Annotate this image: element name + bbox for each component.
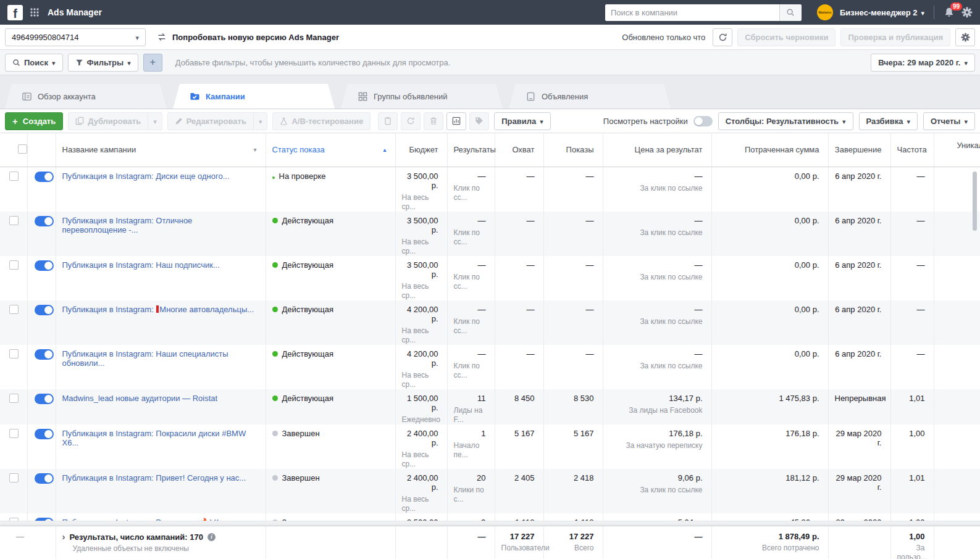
campaign-toggle[interactable] [35, 394, 54, 404]
reach-cell: — [495, 212, 543, 256]
campaign-name-link[interactable]: Публикация в Instagram: Наш подписчик... [62, 260, 220, 270]
campaign-toggle[interactable] [35, 473, 54, 484]
campaign-name-link[interactable]: Публикация в Instagram: Отличное перевоп… [62, 216, 193, 234]
page-settings-button[interactable] [955, 28, 975, 46]
view-settings-toggle[interactable] [693, 116, 713, 126]
column-header-name[interactable]: Название кампании [56, 133, 266, 167]
campaigns-toolbar: Создать Дублировать Редактировать А/В-те… [0, 109, 980, 133]
column-header-reach[interactable]: Охват [495, 133, 543, 167]
column-header-results[interactable]: Результаты [447, 133, 495, 167]
column-header-spent[interactable]: Потраченная сумма [711, 133, 828, 167]
gear-icon [961, 33, 970, 42]
campaign-toggle[interactable] [35, 349, 54, 360]
campaign-row: Публикация в Instagram: Наши специалисты… [0, 345, 980, 389]
search-dropdown-button[interactable]: Поиск [5, 54, 63, 72]
row-checkbox[interactable] [9, 216, 19, 225]
chevron-down-icon [964, 117, 968, 126]
unique-clicks-cell [934, 256, 980, 300]
impressions-cell: — [543, 300, 603, 345]
campaign-toggle[interactable] [35, 429, 54, 439]
facebook-logo-icon[interactable]: f [7, 5, 23, 20]
campaign-toggle[interactable] [35, 172, 54, 182]
campaign-toggle[interactable] [35, 260, 54, 271]
info-icon[interactable] [207, 533, 216, 541]
summary-expander[interactable]: Результаты, число кампаний: 170 [62, 532, 257, 542]
column-header-impressions[interactable]: Показы [543, 133, 603, 167]
unique-clicks-cell [934, 469, 980, 513]
campaign-name-link[interactable]: Публикация в Instagram: Многие автовладе… [62, 305, 254, 314]
column-header-frequency[interactable]: Частота [890, 133, 934, 167]
tab-account-overview[interactable]: Обзор аккаунта [5, 84, 167, 109]
reach-cell: 5 167 [495, 424, 543, 469]
draft-button [378, 112, 398, 130]
refresh-button[interactable] [713, 28, 732, 46]
delivery-status-cell: Действующая [266, 212, 395, 256]
ad-account-selector[interactable]: 496499950804714 [5, 28, 146, 46]
breakdown-button[interactable]: Разбивка [859, 112, 918, 130]
add-filter-button[interactable] [143, 54, 162, 72]
create-button[interactable]: Создать [5, 112, 63, 130]
row-checkbox[interactable] [9, 473, 19, 482]
try-new-version-link[interactable]: Попробовать новую версию Ads Manager [157, 32, 339, 42]
results-cell: —Клик по сс... [447, 167, 495, 212]
reports-button[interactable]: Отчеты [923, 112, 975, 130]
trash-icon [429, 117, 438, 125]
summary-label: Результаты, число кампаний: 170 [70, 532, 203, 542]
campaign-name-link[interactable]: Публикация в Instagram: Наши специалисты… [62, 349, 228, 368]
vertical-scrollbar[interactable] [973, 172, 977, 231]
refresh-icon [718, 33, 727, 42]
campaign-row: Публикация в Instagram: Привет! Сегодня … [0, 469, 980, 513]
cost-per-result-cell: —За клик по ссылке [603, 345, 711, 389]
select-all-checkbox[interactable] [18, 144, 27, 154]
filters-dropdown-button[interactable]: Фильтры [68, 54, 138, 72]
row-checkbox[interactable] [9, 172, 19, 181]
frequency-cell: 1,01 [890, 389, 934, 424]
row-checkbox[interactable] [9, 349, 19, 358]
column-header-cost[interactable]: Цена за результат [603, 133, 711, 167]
company-search-input[interactable] [605, 4, 779, 21]
sort-up-icon [383, 146, 386, 153]
frequency-cell: 1,01 [890, 469, 934, 513]
search-icon[interactable] [779, 4, 802, 21]
business-avatar[interactable]: Madwins [817, 4, 833, 20]
unique-clicks-cell [934, 424, 980, 469]
column-header-ends[interactable]: Завершение [828, 133, 890, 167]
tab-ads[interactable]: Объявления [509, 84, 671, 109]
cost-per-result-cell: 176,18 р.За начатую переписку [603, 424, 711, 469]
tags-button [469, 112, 489, 130]
partial-row-strip [0, 521, 980, 526]
campaign-name-link[interactable]: Madwins_lead новые аудитории — Roistat [62, 394, 218, 403]
results-cell: 1Начало пе... [447, 424, 495, 469]
date-range-selector[interactable]: Вчера: 29 мар 2020 г. [871, 54, 975, 72]
column-header-unique-clicks[interactable]: Уникальные клики по ссылке [934, 133, 980, 167]
apps-grid-icon[interactable] [30, 7, 40, 17]
row-checkbox[interactable] [9, 260, 19, 270]
column-header-budget[interactable]: Бюджет [395, 133, 447, 167]
impressions-cell: — [543, 345, 603, 389]
business-manager-menu[interactable]: Бизнес-менеджер 2 [840, 8, 924, 17]
frequency-cell: — [890, 345, 934, 389]
row-checkbox[interactable] [9, 394, 19, 403]
ends-cell: 6 апр 2020 г. [828, 300, 890, 345]
charts-button[interactable] [446, 112, 466, 130]
chevron-down-icon [842, 117, 846, 126]
campaign-toggle[interactable] [35, 305, 54, 315]
ends-cell: 6 апр 2020 г. [828, 167, 890, 212]
rules-button[interactable]: Правила [494, 112, 551, 130]
row-checkbox[interactable] [9, 305, 19, 314]
row-checkbox[interactable] [9, 429, 19, 438]
notifications-button[interactable]: 99 [944, 7, 955, 18]
tab-campaigns[interactable]: Кампании [173, 84, 335, 109]
settings-gear-icon[interactable] [961, 7, 973, 18]
amount-spent-cell: 176,18 р. [711, 424, 828, 469]
campaign-name-link[interactable]: Публикация в Instagram: Диски еще одного… [62, 172, 230, 181]
tab-ad-sets[interactable]: Группы объявлений [341, 84, 503, 109]
columns-button[interactable]: Столбцы: Результативность [718, 112, 853, 130]
reach-cell: — [495, 300, 543, 345]
column-header-status[interactable]: Статус показа [266, 133, 395, 167]
campaign-name-link[interactable]: Публикация в Instagram: Покрасили диски … [62, 429, 246, 447]
discard-drafts-button: Сбросить черновики [737, 28, 836, 46]
campaign-name-link[interactable]: Публикация в Instagram: Привет! Сегодня … [62, 473, 246, 482]
campaign-toggle[interactable] [35, 216, 54, 226]
ad-sets-grid-icon [358, 91, 368, 102]
